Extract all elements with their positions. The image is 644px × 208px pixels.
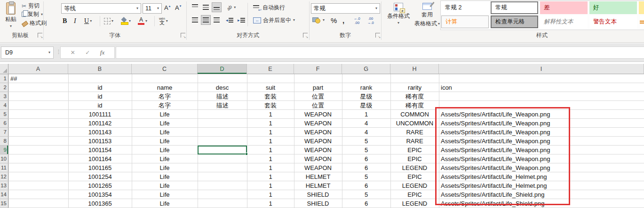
- bold-button[interactable]: B: [63, 15, 71, 27]
- cell-F3[interactable]: 位置: [294, 92, 342, 101]
- cell-H8[interactable]: RARE: [390, 137, 439, 146]
- cell-H11[interactable]: LEGEND: [390, 163, 439, 172]
- decrease-decimal-button[interactable]: .00→.0: [367, 15, 374, 26]
- font-color-button[interactable]: A ▾: [138, 15, 147, 27]
- row-header-15[interactable]: 15: [0, 199, 8, 208]
- decrease-indent-button[interactable]: ◂: [226, 15, 233, 25]
- chevron-down-icon[interactable]: ▾: [135, 7, 138, 10]
- cell-G13[interactable]: 6: [342, 181, 390, 190]
- fill-handle[interactable]: [245, 153, 248, 155]
- cell-G10[interactable]: 6: [342, 154, 390, 163]
- cell-D4[interactable]: 描述: [198, 101, 247, 110]
- underline-button[interactable]: U ▾: [84, 15, 92, 27]
- cell-H15[interactable]: LEGEND: [390, 199, 439, 208]
- cell-B15[interactable]: 1001365: [68, 199, 132, 208]
- cell-C14[interactable]: Life: [132, 190, 198, 199]
- cell-F15[interactable]: SHIELD: [294, 199, 342, 208]
- orientation-button[interactable]: ab ▾: [227, 2, 236, 13]
- cell-B7[interactable]: 1001143: [68, 128, 132, 137]
- cell-G8[interactable]: 5: [342, 137, 390, 146]
- row-header-10[interactable]: 10: [0, 154, 8, 163]
- cell-E14[interactable]: 1: [247, 190, 294, 199]
- increase-decimal-button[interactable]: ←.0.00: [354, 15, 360, 26]
- name-box[interactable]: D9 ▾: [1, 46, 54, 59]
- format-as-table-button[interactable]: 套用 表格格式▾: [414, 1, 440, 28]
- cell-B2[interactable]: id: [68, 83, 132, 92]
- cell-E7[interactable]: 1: [247, 128, 294, 137]
- cell-C3[interactable]: 名字: [132, 92, 198, 101]
- cell-C13[interactable]: Life: [132, 181, 198, 190]
- cut-button[interactable]: ✂ 剪切: [22, 2, 40, 10]
- cell-C6[interactable]: Life: [132, 119, 198, 128]
- style-cell-calculation[interactable]: 计算: [441, 15, 489, 28]
- style-cell-normal2[interactable]: 常规 2: [441, 1, 489, 14]
- cell-C11[interactable]: Life: [132, 163, 198, 172]
- cell-F4[interactable]: 位置: [294, 101, 342, 110]
- cell-G9[interactable]: 5: [342, 146, 390, 154]
- cell-E12[interactable]: 1: [247, 172, 294, 181]
- cell-E15[interactable]: 1: [247, 199, 294, 208]
- cell-C8[interactable]: Life: [132, 137, 198, 146]
- accounting-format-button[interactable]: ▾: [312, 15, 325, 25]
- row-header-8[interactable]: 8: [0, 137, 8, 146]
- italic-button[interactable]: I: [74, 15, 80, 27]
- row-header-7[interactable]: 7: [0, 128, 8, 137]
- cell-H5[interactable]: COMMON: [390, 110, 439, 119]
- select-all-corner[interactable]: [0, 64, 8, 74]
- cell-H3[interactable]: 稀有度: [390, 92, 439, 101]
- cell-B13[interactable]: 1001265: [68, 181, 132, 190]
- cell-B4[interactable]: id: [68, 101, 132, 110]
- row-header-6[interactable]: 6: [0, 119, 8, 128]
- cell-B12[interactable]: 1001254: [68, 172, 132, 181]
- font-name-combo[interactable]: 等线 ▾: [61, 3, 141, 14]
- cell-G5[interactable]: 1: [342, 110, 390, 119]
- column-header-h[interactable]: H: [390, 64, 439, 74]
- cell-C4[interactable]: 名字: [132, 101, 198, 110]
- cell-E10[interactable]: 1: [247, 154, 294, 163]
- cell-G3[interactable]: 星级: [342, 92, 390, 101]
- style-cell-partial[interactable]: [639, 1, 644, 14]
- cell-F12[interactable]: HELMET: [294, 172, 342, 181]
- cell-E8[interactable]: 1: [247, 137, 294, 146]
- align-right-button[interactable]: [212, 15, 222, 25]
- cell-G2[interactable]: rank: [342, 83, 390, 92]
- increase-font-size-button[interactable]: A▴: [164, 4, 170, 11]
- comma-style-button[interactable]: ,: [342, 15, 344, 25]
- font-dialog-launcher[interactable]: ↘: [181, 33, 185, 38]
- cell-B6[interactable]: 1001142: [68, 119, 132, 128]
- cell-A1[interactable]: ##: [8, 74, 68, 83]
- cell-C12[interactable]: Life: [132, 172, 198, 181]
- column-header-f[interactable]: F: [294, 64, 342, 74]
- cell-F2[interactable]: part: [294, 83, 342, 92]
- chevron-down-icon[interactable]: ▾: [48, 51, 50, 54]
- cell-F11[interactable]: WEAPON: [294, 163, 342, 172]
- cell-C10[interactable]: Life: [132, 154, 198, 163]
- clipboard-dialog-launcher[interactable]: ↘: [38, 33, 42, 38]
- column-header-b[interactable]: B: [68, 64, 132, 74]
- cell-I2[interactable]: icon: [439, 83, 644, 92]
- conditional-formatting-button[interactable]: ≠ 条件格式 ▾: [384, 1, 413, 25]
- cell-H6[interactable]: UNCOMMON: [390, 119, 439, 128]
- cell-H14[interactable]: EPIC: [390, 190, 439, 199]
- cell-F5[interactable]: WEAPON: [294, 110, 342, 119]
- borders-button[interactable]: ▾: [104, 15, 113, 27]
- percent-style-button[interactable]: %: [331, 15, 337, 25]
- cell-H9[interactable]: EPIC: [390, 146, 439, 154]
- number-dialog-launcher[interactable]: ↘: [375, 33, 380, 38]
- decrease-font-size-button[interactable]: A▾: [175, 4, 181, 11]
- cell-F10[interactable]: WEAPON: [294, 154, 342, 163]
- style-cell-check-cell[interactable]: 检查单元格: [491, 15, 538, 28]
- cell-G4[interactable]: 星级: [342, 101, 390, 110]
- cell-E11[interactable]: 1: [247, 163, 294, 172]
- style-cell-warning[interactable]: 警告文本: [589, 15, 637, 28]
- align-top-button[interactable]: [190, 2, 200, 12]
- cell-B8[interactable]: 1001153: [68, 137, 132, 146]
- row-header-4[interactable]: 4: [0, 101, 8, 110]
- style-cell-normal[interactable]: 常规: [491, 1, 538, 14]
- cell-H2[interactable]: rarity: [390, 83, 439, 92]
- cell-E9[interactable]: 1: [247, 146, 294, 154]
- row-header-13[interactable]: 13: [0, 181, 8, 190]
- cell-C7[interactable]: Life: [132, 128, 198, 137]
- row-header-1[interactable]: 1: [0, 74, 8, 83]
- paste-button[interactable]: 粘贴 ▾: [1, 1, 20, 31]
